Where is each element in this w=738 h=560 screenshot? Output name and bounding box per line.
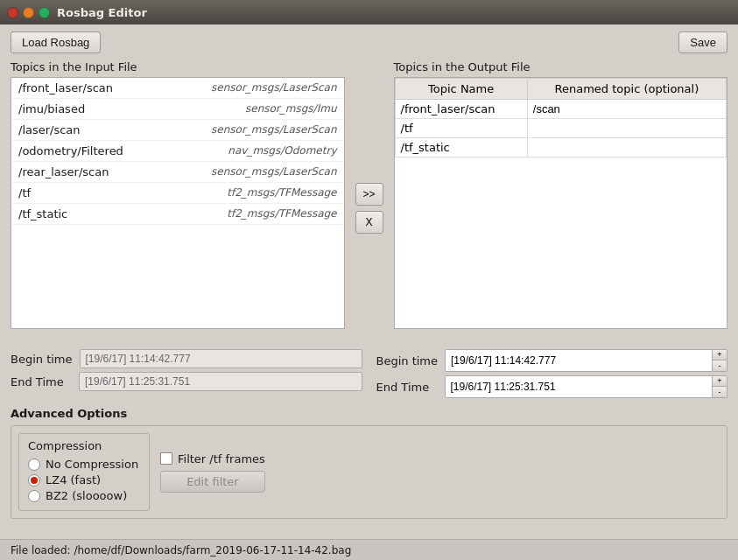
input-panel: Topics in the Input File /front_laser/sc…	[11, 60, 345, 340]
topic-name: /odometry/Filtered	[18, 144, 123, 158]
compression-lz4-radio[interactable]	[28, 474, 40, 486]
save-button[interactable]: Save	[678, 32, 727, 53]
filter-tf-label: Filter /tf frames	[178, 452, 265, 466]
compression-none-label: No Compression	[46, 458, 138, 471]
window-title: Rosbag Editor	[57, 6, 147, 19]
status-bar: File loaded: /home/df/Downloads/farm_201…	[0, 539, 738, 560]
begin-increment-button[interactable]: +	[713, 350, 727, 360]
right-begin-label: Begin time	[376, 354, 439, 368]
edit-filter-button[interactable]: Edit filter	[160, 471, 265, 493]
input-topics-list[interactable]: /front_laser/scansensor_msgs/LaserScan/i…	[11, 77, 345, 329]
transfer-controls: >> X	[352, 76, 387, 340]
title-bar: Rosbag Editor	[0, 0, 738, 24]
left-begin-time-row: Begin time	[11, 349, 362, 368]
filter-box: Filter /tf frames Edit filter	[160, 433, 265, 511]
end-spinner-buttons: + -	[713, 375, 727, 398]
status-text: File loaded: /home/df/Downloads/farm_201…	[11, 544, 351, 556]
input-panel-label: Topics in the Input File	[11, 60, 345, 74]
topic-name: /tf_static	[18, 207, 67, 220]
output-topic-renamed[interactable]	[527, 100, 726, 119]
panels-container: Topics in the Input File /front_laser/sc…	[11, 60, 727, 340]
end-decrement-button[interactable]: -	[713, 387, 727, 397]
filter-tf-checkbox[interactable]	[160, 452, 172, 465]
left-time-group: Begin time End Time	[11, 349, 362, 398]
topic-type: tf2_msgs/TFMessage	[227, 207, 336, 220]
list-item[interactable]: /rear_laser/scansensor_msgs/LaserScan	[11, 162, 344, 183]
list-item[interactable]: /laser/scansensor_msgs/LaserScan	[11, 120, 344, 141]
list-item[interactable]: /front_laser/scansensor_msgs/LaserScan	[11, 78, 344, 99]
topic-type: tf2_msgs/TFMessage	[227, 186, 336, 200]
topic-type: sensor_msgs/LaserScan	[211, 123, 336, 136]
advanced-title: Advanced Options	[11, 407, 727, 420]
left-begin-input[interactable]	[80, 349, 362, 368]
begin-decrement-button[interactable]: -	[713, 360, 727, 371]
output-panel-label: Topics in the Output File	[394, 60, 728, 74]
output-topic-renamed[interactable]	[527, 119, 726, 138]
output-topic-name: /tf_static	[395, 138, 527, 158]
right-end-input[interactable]	[445, 375, 713, 398]
left-end-input[interactable]	[79, 372, 362, 391]
list-item[interactable]: /tf_statictf2_msgs/TFMessage	[11, 204, 344, 225]
close-button[interactable]	[7, 7, 18, 18]
topic-type: nav_msgs/Odometry	[228, 144, 336, 158]
col-renamed: Renamed topic (optional)	[527, 79, 726, 100]
left-end-label: End Time	[11, 375, 72, 388]
output-panel: Topics in the Output File Topic Name Ren…	[394, 60, 728, 340]
col-topic-name: Topic Name	[395, 79, 527, 100]
compression-title: Compression	[28, 439, 140, 452]
compression-none-row: No Compression	[28, 458, 140, 471]
topic-name: /imu/biased	[18, 102, 85, 116]
compression-bz2-label: BZ2 (sloooow)	[46, 489, 127, 502]
top-bar: Load Rosbag Save	[11, 32, 727, 53]
right-begin-input[interactable]	[445, 349, 713, 372]
compression-lz4-label: LZ4 (fast)	[46, 473, 101, 486]
load-rosbag-button[interactable]: Load Rosbag	[11, 32, 101, 53]
minimize-button[interactable]	[23, 7, 34, 18]
compression-bz2-radio[interactable]	[28, 490, 40, 502]
topic-type: sensor_msgs/LaserScan	[211, 165, 336, 178]
remove-topic-button[interactable]: X	[355, 211, 383, 234]
output-topic-name: /front_laser/scan	[395, 100, 527, 119]
filter-checkbox-row: Filter /tf frames	[160, 452, 265, 466]
topic-name: /rear_laser/scan	[18, 165, 109, 178]
right-end-spinner: + -	[445, 375, 728, 398]
compression-none-radio[interactable]	[28, 458, 40, 471]
topic-type: sensor_msgs/Imu	[245, 102, 336, 116]
compression-box: Compression No Compression LZ4 (fast) BZ…	[18, 433, 150, 511]
table-row: /tf	[395, 119, 727, 138]
rename-input[interactable]	[533, 102, 720, 116]
maximize-button[interactable]	[39, 7, 50, 18]
output-topic-renamed[interactable]	[527, 138, 726, 158]
rename-input[interactable]	[533, 141, 720, 154]
list-item[interactable]: /imu/biasedsensor_msgs/Imu	[11, 99, 344, 120]
begin-spinner-buttons: + -	[713, 349, 727, 372]
right-begin-time-row: Begin time + -	[376, 349, 728, 372]
left-end-time-row: End Time	[11, 372, 362, 391]
window-controls[interactable]	[7, 7, 50, 18]
right-end-time-row: End Time + -	[376, 375, 728, 398]
topic-type: sensor_msgs/LaserScan	[211, 81, 336, 94]
right-time-group: Begin time + - End Time + -	[376, 349, 728, 398]
output-topic-name: /tf	[395, 119, 527, 138]
topic-name: /laser/scan	[18, 123, 81, 136]
right-end-label: End Time	[376, 381, 438, 394]
end-increment-button[interactable]: +	[713, 376, 727, 387]
table-row: /tf_static	[395, 138, 727, 158]
list-item[interactable]: /odometry/Filterednav_msgs/Odometry	[11, 141, 344, 162]
add-topic-button[interactable]: >>	[355, 183, 383, 206]
topic-name: /front_laser/scan	[18, 81, 113, 94]
compression-bz2-row: BZ2 (sloooow)	[28, 489, 140, 502]
left-begin-label: Begin time	[11, 353, 73, 366]
table-row: /front_laser/scan	[395, 100, 727, 119]
right-begin-spinner: + -	[445, 349, 727, 372]
time-section: Begin time End Time Begin time + -	[11, 349, 727, 398]
rename-input[interactable]	[533, 122, 720, 135]
main-content: Load Rosbag Save Topics in the Input Fil…	[0, 24, 738, 539]
advanced-box: Compression No Compression LZ4 (fast) BZ…	[11, 425, 727, 519]
advanced-section: Advanced Options Compression No Compress…	[11, 407, 727, 519]
compression-lz4-row: LZ4 (fast)	[28, 473, 140, 486]
topic-name: /tf	[18, 186, 31, 200]
list-item[interactable]: /tftf2_msgs/TFMessage	[11, 183, 344, 204]
output-topics-table[interactable]: Topic Name Renamed topic (optional) /fro…	[394, 77, 728, 329]
